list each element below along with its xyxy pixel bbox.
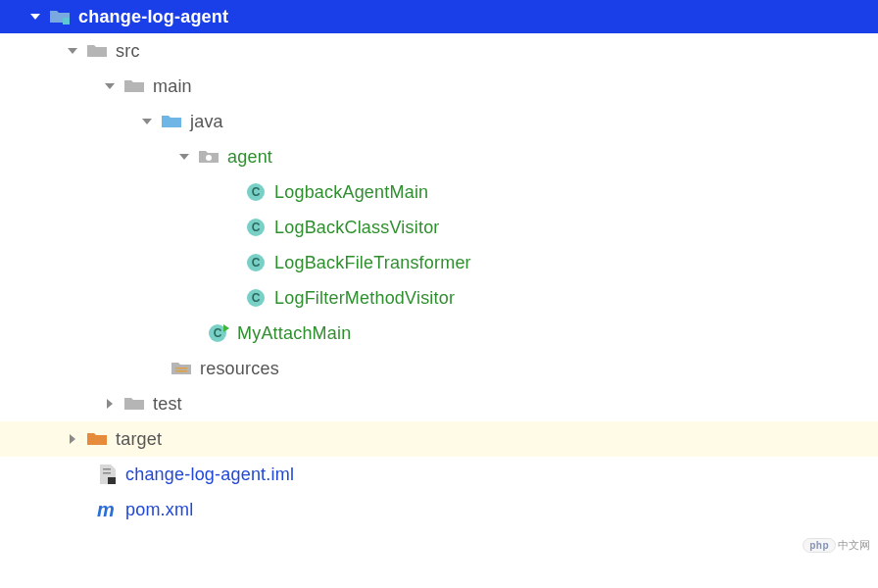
chevron-down-icon[interactable] (176, 149, 192, 165)
chevron-right-icon[interactable] (65, 431, 80, 447)
tree-row-agent[interactable]: agent (0, 139, 878, 174)
tree-row-class[interactable]: C LogBackClassVisitor (0, 210, 878, 245)
svg-text:C: C (252, 256, 261, 270)
svg-rect-15 (103, 472, 111, 474)
excluded-folder-icon (86, 428, 108, 450)
svg-point-1 (206, 155, 212, 161)
svg-text:C: C (252, 291, 261, 305)
tree-label: src (116, 41, 140, 62)
tree-label: resources (200, 359, 279, 379)
iml-file-icon (96, 464, 118, 485)
chevron-down-icon[interactable] (27, 9, 43, 24)
maven-file-icon: m (96, 499, 118, 520)
tree-label: MyAttachMain (237, 323, 351, 344)
tree-label: LogBackFileTransformer (274, 253, 471, 273)
folder-icon (123, 393, 145, 415)
svg-text:C: C (252, 185, 261, 199)
svg-text:m: m (97, 500, 115, 519)
svg-rect-16 (108, 477, 116, 484)
chevron-right-icon[interactable] (102, 396, 118, 412)
tree-label: main (153, 76, 192, 97)
package-icon (198, 146, 220, 168)
tree-label: LogBackClassVisitor (274, 218, 440, 238)
tree-row-resources[interactable]: resources (0, 351, 878, 386)
svg-text:C: C (252, 220, 261, 234)
tree-label: target (116, 429, 162, 450)
folder-icon (86, 40, 108, 62)
module-folder-icon (49, 6, 71, 27)
tree-label: test (153, 394, 182, 415)
tree-label: java (190, 112, 223, 132)
chevron-down-icon[interactable] (65, 43, 80, 59)
class-icon: C (245, 252, 267, 273)
tree-row-class[interactable]: C LogBackFileTransformer (0, 245, 878, 280)
tree-row-iml[interactable]: change-log-agent.iml (0, 457, 878, 492)
svg-rect-0 (63, 18, 70, 24)
tree-row-java[interactable]: java (0, 104, 878, 139)
folder-icon (123, 75, 145, 97)
tree-row-src[interactable]: src (0, 33, 878, 69)
tree-row-class[interactable]: C LogbackAgentMain (0, 174, 878, 210)
resources-folder-icon (171, 358, 192, 379)
tree-label: LogbackAgentMain (274, 182, 428, 203)
tree-label: pom.xml (125, 500, 193, 520)
tree-label: agent (227, 147, 272, 168)
class-icon: C (245, 287, 267, 309)
tree-row-class[interactable]: C LogFilterMethodVisitor (0, 280, 878, 316)
watermark-badge: php (803, 538, 836, 553)
svg-rect-14 (103, 468, 111, 470)
tree-label: LogFilterMethodVisitor (274, 288, 455, 309)
svg-rect-13 (175, 370, 187, 372)
class-runnable-icon: C (208, 322, 229, 344)
tree-label: change-log-agent (78, 7, 228, 27)
watermark: php 中文网 (803, 538, 870, 553)
class-icon: C (245, 181, 267, 203)
tree-label: change-log-agent.iml (125, 465, 294, 485)
tree-row-pom[interactable]: m pom.xml (0, 492, 878, 527)
tree-row-main[interactable]: main (0, 69, 878, 104)
tree-row-root[interactable]: change-log-agent (0, 0, 878, 33)
tree-row-class-runnable[interactable]: C MyAttachMain (0, 316, 878, 351)
tree-row-test[interactable]: test (0, 386, 878, 421)
svg-text:C: C (214, 326, 222, 340)
source-folder-icon (161, 111, 182, 132)
watermark-text: 中文网 (838, 538, 870, 553)
chevron-down-icon[interactable] (139, 114, 155, 129)
chevron-down-icon[interactable] (102, 78, 118, 94)
svg-rect-12 (175, 368, 187, 369)
class-icon: C (245, 217, 267, 238)
tree-row-target[interactable]: target (0, 421, 878, 457)
